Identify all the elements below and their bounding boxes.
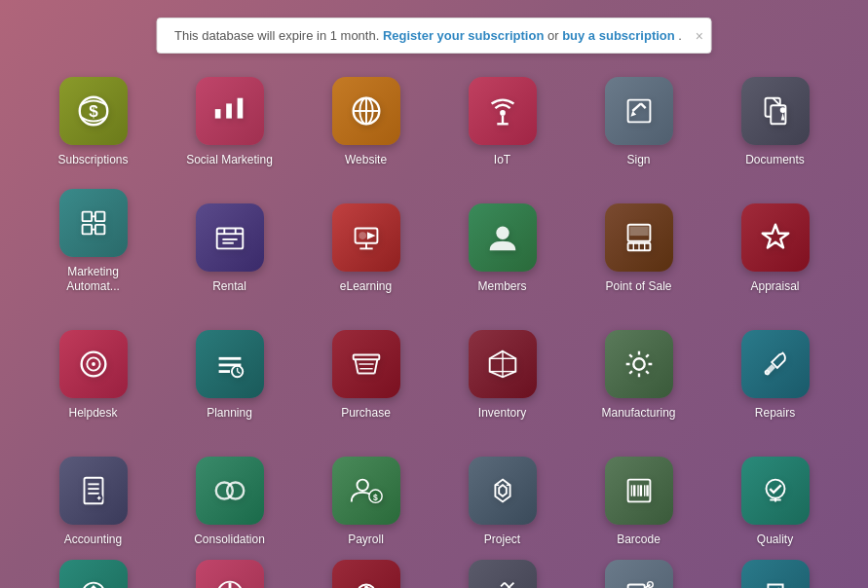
buy-link[interactable]: buy a subscription [562, 28, 675, 43]
svg-rect-17 [82, 225, 92, 235]
svg-rect-9 [627, 100, 650, 123]
svg-rect-16 [82, 211, 92, 221]
app-item-inventory[interactable]: Inventory [434, 307, 571, 433]
accounting-label: Accounting [64, 533, 122, 548]
repairs-label: Repairs [755, 406, 795, 422]
documents-label: Documents [745, 153, 805, 168]
row5-5-icon [605, 560, 673, 588]
members-icon [469, 203, 537, 272]
barcode-icon [605, 457, 673, 525]
members-label: Members [477, 279, 526, 295]
app-item-payroll[interactable]: $ Payroll [298, 433, 434, 560]
svg-point-15 [779, 108, 785, 114]
helpdesk-label: Helpdesk [68, 406, 117, 422]
quality-icon [741, 457, 810, 525]
documents-icon [741, 77, 810, 145]
sign-label: Sign [626, 153, 650, 168]
app-item-documents[interactable]: Documents [707, 54, 844, 180]
app-item-row5-3[interactable] [298, 560, 434, 588]
rental-icon [196, 203, 264, 272]
svg-text:$: $ [373, 493, 378, 502]
app-item-row5-6[interactable] [707, 560, 844, 588]
barcode-label: Barcode [617, 533, 660, 548]
svg-rect-93 [627, 585, 644, 589]
app-item-barcode[interactable]: Barcode [571, 433, 707, 560]
app-item-social-marketing[interactable]: Social Marketing [162, 54, 298, 180]
app-item-point-of-sale[interactable]: Point of Sale [571, 180, 707, 307]
sign-icon [605, 77, 673, 145]
app-item-row5-2[interactable] [162, 560, 298, 588]
app-item-purchase[interactable]: Purchase [298, 307, 434, 433]
subscriptions-label: Subscriptions [57, 153, 128, 168]
svg-line-49 [355, 360, 358, 374]
row5-6-icon [741, 560, 810, 588]
app-item-accounting[interactable]: Accounting [25, 433, 162, 560]
svg-line-47 [237, 372, 240, 374]
subscriptions-icon: $ [59, 77, 128, 145]
repairs-icon [741, 330, 810, 398]
app-item-project[interactable]: Project [434, 433, 571, 560]
payroll-label: Payroll [348, 533, 384, 548]
app-item-row5-5[interactable] [571, 560, 707, 588]
row5-3-icon [332, 560, 400, 588]
quality-label: Quality [757, 533, 793, 548]
svg-point-31 [359, 233, 366, 240]
svg-line-92 [501, 583, 505, 587]
project-label: Project [484, 533, 520, 548]
website-icon [332, 77, 400, 145]
svg-line-11 [640, 104, 645, 109]
app-item-subscriptions[interactable]: $ Subscriptions [25, 54, 162, 180]
app-item-row5-1[interactable] [25, 560, 162, 588]
social-marketing-label: Social Marketing [186, 153, 273, 168]
app-item-website[interactable]: Website [298, 54, 434, 180]
consolidation-label: Consolidation [194, 533, 265, 548]
app-item-appraisal[interactable]: Appraisal [707, 180, 844, 307]
svg-point-32 [496, 227, 509, 239]
svg-point-6 [500, 110, 506, 116]
app-item-elearning[interactable]: eLearning [298, 180, 434, 307]
app-grid: $ Subscriptions Social Marketing Website… [0, 0, 868, 588]
app-item-iot[interactable]: IoT [434, 54, 571, 180]
website-label: Website [345, 153, 387, 168]
notification-text: This database will expire in 1 month. [174, 28, 383, 43]
svg-point-41 [92, 363, 95, 367]
marketing-automation-icon [59, 189, 128, 257]
svg-rect-34 [629, 227, 648, 237]
app-item-helpdesk[interactable]: Helpdesk [25, 307, 162, 433]
app-item-row5-4[interactable] [434, 560, 571, 588]
notification-banner: This database will expire in 1 month. Re… [156, 18, 712, 54]
iot-label: IoT [494, 153, 510, 168]
app-item-manufacturing[interactable]: Manufacturing [571, 307, 707, 433]
register-link[interactable]: Register your subscription [383, 28, 544, 43]
point-of-sale-icon [605, 203, 673, 272]
app-item-members[interactable]: Members [434, 180, 571, 307]
social-marketing-icon [196, 77, 264, 145]
app-item-consolidation[interactable]: Consolidation [162, 433, 298, 560]
svg-point-96 [647, 582, 653, 588]
svg-line-10 [632, 104, 641, 112]
row5-1-icon [59, 560, 128, 588]
app-item-quality[interactable]: Quality [707, 433, 844, 560]
elearning-label: eLearning [340, 279, 392, 295]
svg-point-67 [227, 483, 244, 499]
app-item-repairs[interactable]: Repairs [707, 307, 844, 433]
appraisal-icon [741, 203, 810, 272]
svg-line-50 [374, 360, 377, 374]
appraisal-label: Appraisal [750, 279, 799, 295]
svg-point-81 [766, 480, 784, 498]
app-item-marketing-automation[interactable]: Marketing Automat... [25, 180, 162, 307]
planning-label: Planning [207, 406, 252, 422]
notification-close-button[interactable]: × [696, 29, 703, 43]
planning-icon [196, 330, 264, 398]
inventory-label: Inventory [478, 406, 526, 422]
svg-rect-22 [216, 229, 243, 249]
notification-or: or [547, 28, 562, 43]
app-item-sign[interactable]: Sign [571, 54, 707, 180]
accounting-icon [59, 457, 128, 525]
svg-rect-18 [94, 211, 104, 221]
point-of-sale-label: Point of Sale [605, 279, 671, 295]
svg-rect-48 [353, 355, 379, 360]
app-item-planning[interactable]: Planning [162, 307, 298, 433]
app-item-rental[interactable]: Rental [162, 180, 298, 307]
notification-end: . [678, 28, 682, 43]
